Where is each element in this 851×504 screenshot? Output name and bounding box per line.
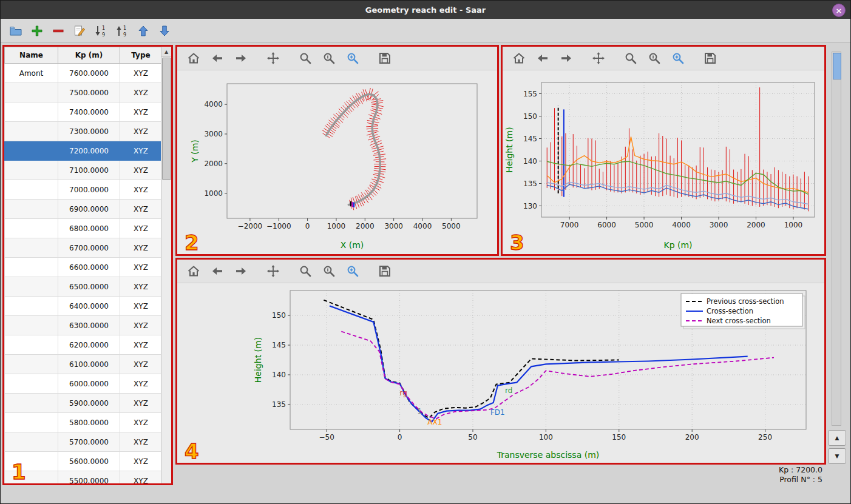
column-header[interactable]: Name <box>5 47 58 64</box>
save-icon[interactable] <box>377 263 393 279</box>
profile-chart[interactable]: 7000600050004000300020001000130135140145… <box>503 70 823 252</box>
table-row[interactable]: 6200.0000XYZ <box>5 335 162 355</box>
table-cell[interactable]: 6900.0000 <box>58 200 120 219</box>
table-cell[interactable]: XYZ <box>120 432 162 452</box>
table-cell[interactable]: 5600.0000 <box>58 452 120 471</box>
table-cell[interactable]: XYZ <box>120 64 162 83</box>
zoom-select-icon[interactable] <box>670 50 686 66</box>
table-cell[interactable]: Amont <box>5 64 58 83</box>
table-row[interactable]: 7200.0000XYZ <box>5 141 162 161</box>
pan-icon[interactable] <box>265 50 281 66</box>
table-cell[interactable]: 6300.0000 <box>58 316 120 335</box>
table-row[interactable]: 6100.0000XYZ <box>5 355 162 374</box>
table-cell[interactable]: XYZ <box>120 83 162 102</box>
window-scrollbar[interactable] <box>832 52 841 426</box>
table-cell[interactable]: XYZ <box>120 180 162 200</box>
back-icon[interactable] <box>209 263 225 279</box>
table-cell[interactable] <box>5 297 58 316</box>
zoom-select-icon[interactable] <box>345 263 361 279</box>
table-cell[interactable]: XYZ <box>120 335 162 355</box>
table-cell[interactable]: 5700.0000 <box>58 432 120 452</box>
home-icon[interactable] <box>186 50 202 66</box>
add-icon[interactable] <box>29 23 45 39</box>
table-row[interactable]: 6300.0000XYZ <box>5 316 162 335</box>
table-row[interactable]: 7000.0000XYZ <box>5 180 162 200</box>
back-icon[interactable] <box>209 50 225 66</box>
table-cell[interactable] <box>5 161 58 180</box>
table-cell[interactable]: XYZ <box>120 471 162 486</box>
table-row[interactable]: 7300.0000XYZ <box>5 122 162 141</box>
table-cell[interactable]: 5900.0000 <box>58 394 120 413</box>
table-scrollbar-thumb[interactable] <box>162 58 171 180</box>
forward-icon[interactable] <box>233 263 249 279</box>
table-row[interactable]: 6500.0000XYZ <box>5 277 162 297</box>
save-icon[interactable] <box>702 50 718 66</box>
table-row[interactable]: 6000.0000XYZ <box>5 374 162 394</box>
edit-icon[interactable] <box>72 23 87 39</box>
table-cell[interactable]: 6500.0000 <box>58 277 120 297</box>
table-cell[interactable]: 5500.0000 <box>58 471 120 486</box>
table-cell[interactable] <box>5 335 58 355</box>
table-row[interactable]: 7400.0000XYZ <box>5 102 162 122</box>
zoom-icon[interactable] <box>623 50 639 66</box>
table-row[interactable]: 6800.0000XYZ <box>5 219 162 238</box>
table-cell[interactable] <box>5 432 58 452</box>
table-cell[interactable]: XYZ <box>120 200 162 219</box>
table-cell[interactable]: XYZ <box>120 297 162 316</box>
table-row[interactable]: Amont7600.0000XYZ <box>5 64 162 83</box>
table-cell[interactable]: 6200.0000 <box>58 335 120 355</box>
table-cell[interactable]: XYZ <box>120 277 162 297</box>
forward-icon[interactable] <box>233 50 249 66</box>
table-cell[interactable]: 7500.0000 <box>58 83 120 102</box>
column-header[interactable]: Kp (m) <box>58 47 120 64</box>
table-cell[interactable] <box>5 180 58 200</box>
table-cell[interactable] <box>5 258 58 277</box>
back-icon[interactable] <box>535 50 551 66</box>
profile-down-button[interactable]: ▼ <box>828 448 846 464</box>
table-cell[interactable]: 6100.0000 <box>58 355 120 374</box>
table-cell[interactable]: XYZ <box>120 355 162 374</box>
plan-chart[interactable]: −2000−1000010002000300040005000100020003… <box>177 70 495 252</box>
table-cell[interactable]: 6800.0000 <box>58 219 120 238</box>
table-cell[interactable]: XYZ <box>120 452 162 471</box>
table-row[interactable]: 7100.0000XYZ <box>5 161 162 180</box>
table-cell[interactable]: XYZ <box>120 258 162 277</box>
table-cell[interactable] <box>5 83 58 102</box>
zoom-select-icon[interactable] <box>345 50 361 66</box>
table-cell[interactable]: XYZ <box>120 316 162 335</box>
table-cell[interactable] <box>5 277 58 297</box>
table-cell[interactable] <box>5 413 58 432</box>
move-up-icon[interactable] <box>135 23 151 39</box>
table-cell[interactable] <box>5 355 58 374</box>
forward-icon[interactable] <box>558 50 574 66</box>
table-cell[interactable]: 7000.0000 <box>58 180 120 200</box>
table-cell[interactable]: XYZ <box>120 219 162 238</box>
zoom-icon[interactable] <box>297 50 313 66</box>
table-cell[interactable]: XYZ <box>120 394 162 413</box>
delete-icon[interactable] <box>50 23 66 39</box>
save-icon[interactable] <box>377 50 393 66</box>
table-row[interactable]: 6900.0000XYZ <box>5 200 162 219</box>
table-cell[interactable]: 6600.0000 <box>58 258 120 277</box>
table-cell[interactable]: 5800.0000 <box>58 413 120 432</box>
table-cell[interactable]: XYZ <box>120 413 162 432</box>
table-row[interactable]: 7500.0000XYZ <box>5 83 162 102</box>
table-cell[interactable] <box>5 122 58 141</box>
table-cell[interactable]: 7600.0000 <box>58 64 120 83</box>
table-cell[interactable]: 6700.0000 <box>58 238 120 258</box>
column-header[interactable]: Type <box>120 47 162 64</box>
zoom-mark-icon[interactable] <box>321 263 337 279</box>
table-cell[interactable] <box>5 316 58 335</box>
table-cell[interactable]: 6400.0000 <box>58 297 120 316</box>
open-icon[interactable] <box>8 23 24 39</box>
table-row[interactable]: 5900.0000XYZ <box>5 394 162 413</box>
table-cell[interactable] <box>5 238 58 258</box>
table-cell[interactable] <box>5 200 58 219</box>
table-row[interactable]: 6600.0000XYZ <box>5 258 162 277</box>
table-cell[interactable]: 6000.0000 <box>58 374 120 394</box>
table-row[interactable]: 5700.0000XYZ <box>5 432 162 452</box>
table-scrollbar[interactable]: ▲ <box>161 47 171 483</box>
zoom-mark-icon[interactable] <box>646 50 662 66</box>
table-cell[interactable]: XYZ <box>120 102 162 122</box>
table-cell[interactable]: XYZ <box>120 374 162 394</box>
